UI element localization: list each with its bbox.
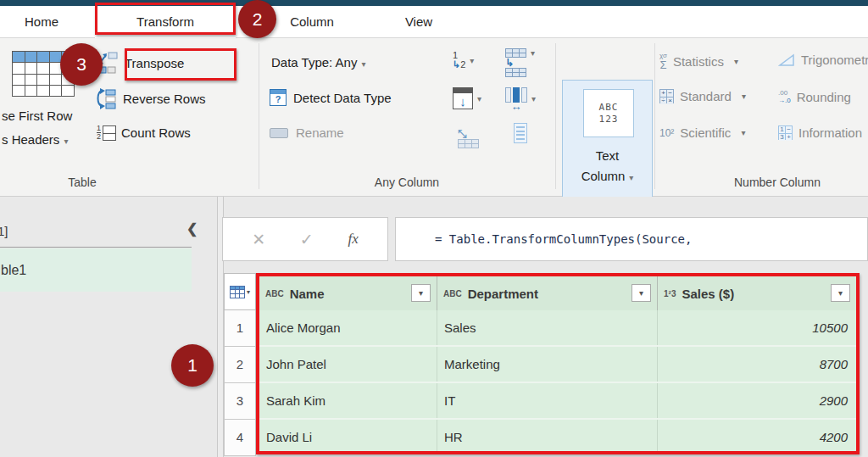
collapse-pane-chevron-icon[interactable]: ❮ [186, 220, 198, 237]
queries-pane-header-fragment: 1] [0, 224, 8, 238]
count-rows-label: Count Rows [121, 125, 191, 140]
scientific-icon: 10² [659, 127, 674, 139]
trigonometry-label: Trigonometry [801, 53, 868, 67]
reverse-rows-icon [95, 87, 118, 110]
caret-down-icon: ▾ [741, 128, 745, 137]
use-first-row-label-line1[interactable]: se First Row [2, 109, 72, 123]
row-number-cell[interactable]: 1 [224, 310, 256, 347]
scientific-button[interactable]: 10² Scientific ▾ [659, 125, 745, 140]
any-column-group-label: Any Column [356, 176, 458, 189]
rename-icon [270, 128, 288, 138]
group-divider [555, 43, 556, 189]
use-first-row-label-text: s Headers [2, 132, 59, 147]
convert-to-list-button[interactable] [514, 123, 527, 143]
caret-down-icon: ▾ [742, 92, 746, 101]
row-number-cell[interactable]: 4 [224, 420, 256, 456]
count-rows-icon: 12 [97, 125, 116, 141]
fill-button[interactable]: ↓ ▾ [453, 87, 481, 109]
standard-icon: +− ÷× [659, 89, 674, 103]
information-button[interactable]: 1− 3+ Information [778, 125, 862, 140]
caret-down-icon: ▾ [247, 288, 250, 296]
text-column-icon: ABC 123 [583, 89, 634, 137]
annotation-circle-step1: 1 [171, 344, 214, 387]
caret-down-icon: ▾ [64, 137, 68, 146]
formula-input[interactable]: = Table.TransformColumnTypes(Source, [395, 217, 868, 261]
cancel-icon[interactable]: ✕ [252, 230, 265, 249]
rounding-button[interactable]: .00→.0 Rounding [778, 89, 851, 104]
text-column-label-line1: Text [563, 148, 652, 163]
caret-down-icon: ▾ [531, 48, 535, 58]
caret-down-icon: ▾ [361, 59, 365, 69]
caret-down-icon: ▾ [477, 94, 481, 103]
formula-bar-buttons: ✕ ✓ fx [222, 217, 388, 261]
use-first-row-label-line2[interactable]: s Headers▾ [2, 132, 68, 148]
statistics-label: Statistics [673, 54, 724, 69]
statistics-button[interactable]: χσΣ Statistics ▾ [659, 53, 738, 70]
trigonometry-button[interactable]: Trigonometry [778, 53, 868, 67]
unpivot-columns-button[interactable]: ⤡ [458, 125, 479, 148]
statistics-icon: χσΣ [659, 53, 667, 70]
select-all-corner-cell[interactable]: ▾ [224, 273, 256, 310]
detect-data-type-icon: ? [270, 89, 287, 106]
pane-divider [0, 247, 192, 248]
row-number-cell[interactable]: 2 [224, 347, 256, 383]
pivot-column-button[interactable]: ↔ ▾ [505, 87, 536, 110]
tab-column[interactable]: Column [280, 6, 344, 38]
detect-data-type-button[interactable]: ? Detect Data Type [270, 89, 392, 106]
pivot-column-icon: ↔ [505, 87, 527, 110]
caret-down-icon: ▾ [734, 57, 738, 66]
annotation-box-transpose [125, 48, 236, 81]
ribbon: se First Row s Headers▾ Transpose [0, 38, 868, 197]
annotation-box-table [256, 273, 860, 454]
power-query-editor-window: Home Transform Column View 2 se First Ro… [0, 0, 868, 457]
move-columns-button[interactable]: ↳ ▾ [505, 48, 535, 77]
row-number-cell[interactable]: 3 [224, 383, 256, 420]
index-column-button[interactable]: 1 ↳2 ▾ [453, 51, 474, 70]
count-rows-button[interactable]: 12 Count Rows [97, 125, 191, 141]
group-divider [654, 43, 655, 189]
unpivot-columns-icon: ⤡ [458, 129, 479, 148]
group-divider [259, 43, 259, 189]
move-columns-icon: ↳ [505, 48, 526, 77]
standard-label: Standard [680, 89, 732, 103]
information-label: Information [798, 125, 862, 140]
reverse-rows-button[interactable]: Reverse Rows [95, 87, 206, 110]
caret-down-icon: ▾ [470, 56, 474, 65]
data-type-dropdown[interactable]: Data Type: Any▾ [271, 55, 366, 70]
text-column-label-line2: Column▾ [563, 169, 652, 183]
fx-icon[interactable]: fx [348, 231, 358, 248]
reverse-rows-label: Reverse Rows [123, 92, 206, 106]
rename-button[interactable]: Rename [270, 125, 344, 140]
table-group-label: Table [47, 176, 118, 189]
commit-icon[interactable]: ✓ [300, 230, 314, 249]
caret-down-icon: ▾ [531, 94, 536, 103]
scientific-label: Scientific [680, 125, 731, 140]
query-list-item-selected[interactable]: ble1 [0, 248, 192, 292]
detect-data-type-label: Detect Data Type [293, 91, 392, 105]
rounding-label: Rounding [797, 90, 851, 104]
number-column-group-label: Number Column [734, 176, 853, 189]
trigonometry-icon [778, 53, 795, 67]
tab-home[interactable]: Home [15, 6, 68, 38]
index-column-icon: 1 ↳2 [453, 51, 465, 70]
annotation-circle-step3: 3 [60, 43, 103, 86]
fill-down-icon: ↓ [453, 87, 473, 109]
data-type-label: Data Type: Any [271, 55, 357, 70]
annotation-box-transform-tab [95, 3, 236, 35]
table-select-icon [230, 286, 245, 298]
information-icon: 1− 3+ [778, 125, 793, 140]
annotation-circle-step2: 2 [238, 0, 276, 38]
rename-label: Rename [296, 125, 344, 140]
rounding-icon: .00→.0 [778, 89, 791, 104]
tab-view[interactable]: View [395, 6, 442, 38]
standard-button[interactable]: +− ÷× Standard ▾ [659, 89, 746, 103]
convert-to-list-icon [514, 123, 527, 143]
query-name: ble1 [0, 263, 26, 277]
